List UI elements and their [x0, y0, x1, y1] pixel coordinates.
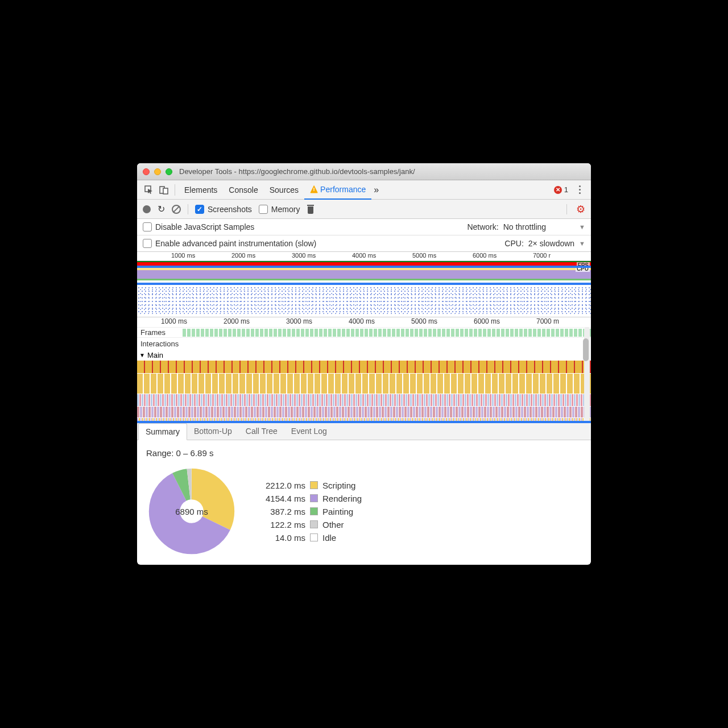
- frames-label: Frames: [137, 328, 183, 337]
- frames-track[interactable]: Frames: [137, 327, 591, 337]
- settings-row-2: Enable advanced paint instrumentation (s…: [137, 235, 591, 252]
- chevron-down-icon: ▼: [579, 240, 585, 247]
- cpu-label: CPU:: [504, 239, 523, 248]
- separator: [175, 184, 175, 196]
- separator: [566, 204, 567, 214]
- advanced-paint-checkbox[interactable]: Enable advanced paint instrumentation (s…: [143, 239, 316, 248]
- trash-icon[interactable]: [307, 205, 315, 214]
- flame-chart[interactable]: [137, 361, 591, 423]
- overview-ruler: 1000 ms 2000 ms 3000 ms 4000 ms 5000 ms …: [137, 252, 591, 261]
- tab-performance-label: Performance: [320, 185, 366, 194]
- ruler-tick: 7000 m: [536, 317, 559, 325]
- tab-bottom-up[interactable]: Bottom-Up: [187, 423, 239, 440]
- details-pane: Summary Bottom-Up Call Tree Event Log Ra…: [137, 423, 591, 565]
- main-track[interactable]: ▼ Main: [137, 350, 591, 423]
- ruler-tick: 4000 ms: [352, 252, 376, 259]
- summary-panel: Range: 0 – 6.89 s 6890 ms 2212.0 ms Scri…: [137, 440, 591, 565]
- tab-event-log[interactable]: Event Log: [284, 423, 334, 440]
- net-track: [137, 280, 591, 284]
- error-count: 1: [564, 185, 568, 194]
- settings-row-1: Disable JavaScript Samples Network: No t…: [137, 219, 591, 235]
- ruler-tick: 5000 ms: [411, 317, 437, 325]
- main-label: Main: [147, 351, 163, 359]
- warning-icon: [310, 185, 318, 193]
- legend-label: Painting: [322, 507, 353, 516]
- checkbox-icon: [143, 222, 152, 231]
- ruler-tick: 6000 ms: [474, 317, 500, 325]
- frames-bars: [183, 329, 591, 337]
- scrollbar[interactable]: [584, 327, 590, 423]
- legend-swatch: [310, 481, 318, 489]
- reload-icon[interactable]: ↻: [158, 204, 165, 214]
- memory-label: Memory: [271, 205, 300, 214]
- tab-console[interactable]: Console: [223, 180, 263, 200]
- network-dropdown[interactable]: Network: No throttling ▼: [467, 222, 585, 231]
- minimize-icon[interactable]: [154, 168, 161, 175]
- checkbox-icon: [259, 205, 268, 214]
- zoom-icon[interactable]: [166, 168, 172, 175]
- donut-chart: 6890 ms: [146, 466, 237, 557]
- legend-label: Other: [322, 520, 344, 530]
- tab-bar: Elements Console Sources Performance » ✕…: [137, 180, 591, 200]
- network-label: Network:: [467, 222, 498, 231]
- legend-label: Scripting: [322, 481, 355, 490]
- error-badge[interactable]: ✕ 1: [554, 185, 568, 194]
- detail-tabs: Summary Bottom-Up Call Tree Event Log: [137, 423, 591, 440]
- ruler-tick: 4000 ms: [349, 317, 375, 325]
- ruler-tick: 6000 ms: [473, 252, 497, 259]
- tab-elements[interactable]: Elements: [179, 180, 223, 200]
- scroll-thumb[interactable]: [583, 338, 589, 361]
- memory-checkbox[interactable]: Memory: [259, 205, 300, 214]
- cpu-value: 2× slowdown: [528, 239, 574, 248]
- cpu-dropdown[interactable]: CPU: 2× slowdown ▼: [504, 239, 585, 248]
- clear-icon[interactable]: [172, 205, 181, 214]
- perf-toolbar: ↻ Screenshots Memory ⚙: [137, 200, 591, 219]
- disable-js-checkbox[interactable]: Disable JavaScript Samples: [143, 222, 254, 231]
- error-icon: ✕: [554, 186, 562, 194]
- advanced-paint-label: Enable advanced paint instrumentation (s…: [155, 239, 316, 248]
- interactions-track[interactable]: Interactions: [137, 337, 591, 350]
- overview-section[interactable]: 1000 ms 2000 ms 3000 ms 4000 ms 5000 ms …: [137, 252, 591, 315]
- legend-value: 387.2 ms: [254, 507, 305, 516]
- legend-value: 2212.0 ms: [254, 481, 305, 490]
- ruler-tick: 7000 r: [533, 252, 551, 259]
- checkbox-icon: [195, 205, 204, 214]
- ruler-tick: 2000 ms: [224, 317, 250, 325]
- legend-swatch: [310, 494, 318, 502]
- legend-row: 14.0 ms Idle: [254, 533, 362, 543]
- chevron-down-icon: ▼: [579, 224, 585, 230]
- window-title: Developer Tools - https://googlechrome.g…: [179, 167, 415, 176]
- ruler-tick: 3000 ms: [286, 317, 312, 325]
- ruler-tick: 3000 ms: [292, 252, 316, 259]
- interactions-label: Interactions: [137, 340, 183, 348]
- inspect-icon[interactable]: [142, 183, 156, 197]
- tab-summary[interactable]: Summary: [138, 423, 187, 440]
- traffic-lights: [143, 168, 172, 175]
- legend-row: 4154.4 ms Rendering: [254, 494, 362, 503]
- legend-swatch: [310, 533, 318, 541]
- legend-label: Idle: [322, 533, 336, 543]
- devtools-window: Developer Tools - https://googlechrome.g…: [137, 163, 591, 565]
- close-icon[interactable]: [143, 168, 150, 175]
- menu-icon[interactable]: [573, 183, 586, 197]
- screenshots-filmstrip[interactable]: [137, 286, 591, 315]
- legend-value: 14.0 ms: [254, 533, 305, 543]
- network-value: No throttling: [503, 222, 546, 231]
- checkbox-icon: [143, 239, 152, 248]
- ruler-tick: 1000 ms: [161, 317, 187, 325]
- legend: 2212.0 ms Scripting4154.4 ms Rendering38…: [254, 481, 362, 543]
- legend-row: 2212.0 ms Scripting: [254, 481, 362, 490]
- timeline-body[interactable]: Frames Interactions ▼ Main: [137, 327, 591, 423]
- settings-gear-icon[interactable]: ⚙: [576, 203, 585, 216]
- screenshots-checkbox[interactable]: Screenshots: [195, 205, 252, 214]
- record-button[interactable]: [143, 205, 151, 213]
- tab-sources[interactable]: Sources: [264, 180, 304, 200]
- tab-performance[interactable]: Performance: [304, 180, 371, 200]
- tabs-overflow-icon[interactable]: »: [374, 185, 379, 195]
- ruler-tick: 1000 ms: [171, 252, 195, 259]
- donut-total: 6890 ms: [175, 507, 208, 516]
- legend-row: 387.2 ms Painting: [254, 507, 362, 516]
- tab-call-tree[interactable]: Call Tree: [239, 423, 284, 440]
- device-icon[interactable]: [156, 183, 171, 197]
- main-header[interactable]: ▼ Main: [137, 350, 591, 361]
